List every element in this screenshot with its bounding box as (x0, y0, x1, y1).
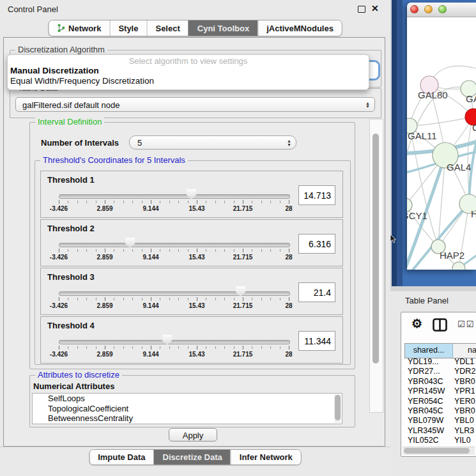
tick-label: 9.144 (142, 351, 158, 358)
tick-mark (96, 201, 96, 203)
table-row[interactable]: YBL079WYBL0 (404, 416, 476, 426)
tick-mark (270, 249, 271, 252)
attribute-list-item[interactable]: BetweennessCentrality (33, 413, 342, 424)
table-body: YDL19...YDL1YDR27...YDR2YBR043CYBR0YPR14… (404, 357, 476, 446)
cell-name: YER0 (454, 397, 476, 406)
slider-track[interactable] (59, 243, 290, 247)
bottom-tab-discretize-data-label: Discretize Data (163, 452, 222, 462)
tick-mark (252, 346, 252, 349)
tick-mark (197, 346, 197, 349)
tick-mark (105, 297, 105, 301)
threshold-value[interactable]: 6.316 (298, 234, 335, 254)
tick-mark (59, 297, 59, 301)
network-view-titlebar[interactable] (407, 3, 476, 17)
tick-mark (160, 201, 160, 203)
slider-ticks (59, 200, 289, 204)
tick-mark (243, 297, 243, 301)
table-row[interactable]: YDR27...YDR2 (404, 367, 476, 376)
cell-name: YBL0 (454, 416, 476, 426)
tick-mark (261, 201, 262, 203)
spinner-arrows-icon: ▲▼ (365, 101, 370, 108)
attribute-list-item[interactable]: SelfLoops (33, 394, 342, 404)
attribute-list-item[interactable]: TopologicalCoefficient (33, 404, 342, 414)
table-row[interactable]: YBR045CYBR0 (404, 406, 476, 416)
table-row[interactable]: YLR345WYLR3 (404, 426, 476, 436)
minimize-traffic-light-icon[interactable] (424, 5, 433, 13)
slider-tick-labels: -3.4262.8599.14415.4321.71528 (59, 205, 289, 213)
attributes-scrollbar[interactable] (334, 394, 341, 423)
numerical-attributes-list[interactable]: SelfLoopsTopologicalCoefficientBetweenne… (32, 393, 342, 424)
tick-mark (243, 200, 243, 204)
tick-mark (132, 346, 133, 349)
content-scrollbar[interactable] (369, 119, 383, 413)
table-row[interactable]: YBR043CYBR0 (404, 377, 476, 387)
table-row[interactable]: YIL052CYIL0 (404, 436, 476, 445)
number-of-intervals-label: Number of Intervals (41, 138, 119, 148)
bottom-tab-discretize-data[interactable]: Discretize Data (154, 450, 231, 464)
table-row[interactable]: YER054CYER0 (404, 397, 476, 406)
tick-mark (289, 297, 289, 301)
mouse-cursor (390, 234, 397, 244)
tick-label: 9.144 (142, 205, 158, 212)
tick-mark (252, 201, 252, 203)
close-traffic-light-icon[interactable] (410, 5, 418, 13)
tick-mark (169, 346, 170, 349)
tick-mark (105, 249, 105, 252)
tick-mark (197, 200, 197, 204)
close-icon[interactable]: ✕ (371, 3, 379, 13)
float-window-icon[interactable] (358, 6, 365, 13)
attributes-scrollbar-thumb[interactable] (335, 395, 341, 420)
tick-mark (234, 346, 234, 349)
gear-icon[interactable]: ⚙ (411, 316, 422, 331)
checkbox-icons[interactable]: ☑☑ (457, 319, 475, 329)
network-icon (57, 23, 65, 33)
table-row[interactable]: YDL19...YDL1 (404, 357, 476, 367)
column-header-shared-name[interactable]: shared... (404, 344, 453, 358)
tick-mark (132, 249, 133, 252)
tick-mark (142, 346, 142, 349)
tab-style[interactable]: Style (109, 20, 146, 36)
control-panel-title: Control Panel (8, 4, 58, 14)
algorithm-option-manual[interactable]: Manual Discretization (10, 66, 99, 75)
tick-mark (178, 249, 179, 252)
network-node[interactable] (452, 262, 465, 270)
interval-definition-legend: Interval Definition (35, 117, 104, 127)
tab-network[interactable]: Network (49, 20, 109, 36)
table-horizontal-scrollbar-thumb[interactable] (404, 448, 470, 454)
tick-label: 28 (285, 205, 292, 212)
network-node-label: GAL80 (418, 89, 448, 100)
content-scrollbar-thumb[interactable] (372, 134, 379, 364)
tick-mark (224, 346, 225, 349)
slider-track[interactable] (59, 340, 290, 344)
threshold-value[interactable]: 21.4 (298, 282, 335, 302)
threshold-value[interactable]: 14.713 (298, 185, 335, 205)
network-canvas[interactable]: GAL80GACGAL11GAL4GCY1HHAP2 (407, 17, 476, 270)
table-horizontal-scrollbar[interactable] (403, 447, 475, 455)
bottom-tab-impute-data[interactable]: Impute Data (89, 450, 153, 464)
tick-mark (188, 249, 188, 252)
tab-select[interactable]: Select (146, 20, 188, 36)
tab-cyni-toolbox[interactable]: Cyni Toolbox (188, 20, 257, 36)
table-data-select[interactable]: galFiltered.sif default node ▲▼ (15, 97, 375, 112)
tick-mark (280, 201, 280, 203)
tick-mark (68, 298, 68, 300)
tab-jactivemnodules[interactable]: jActiveMNodules (257, 20, 342, 36)
zoom-traffic-light-icon[interactable] (438, 5, 447, 13)
columns-icon[interactable] (433, 318, 447, 332)
column-header-name[interactable]: na (453, 344, 476, 358)
table-row[interactable]: YPR145WYPR1 (404, 387, 476, 396)
network-node-label: C (472, 122, 476, 133)
slider-track[interactable] (59, 291, 290, 296)
algorithm-option-equal-width[interactable]: Equal Width/Frequency Discretization (10, 76, 154, 86)
threshold-value[interactable]: 11.344 (298, 331, 335, 351)
tick-mark (96, 346, 96, 349)
apply-button[interactable]: Apply (169, 428, 217, 441)
tick-mark (270, 298, 271, 300)
tick-mark (142, 201, 142, 203)
table-data-group: Table Data galFiltered.sif default node … (10, 88, 381, 118)
tick-label: 21.715 (233, 302, 253, 309)
tick-mark (160, 346, 160, 349)
bottom-tab-infer-network[interactable]: Infer Network (231, 450, 301, 464)
number-of-intervals-spinner[interactable]: 5 ▲▼ (129, 135, 296, 150)
slider-track[interactable] (59, 194, 290, 199)
